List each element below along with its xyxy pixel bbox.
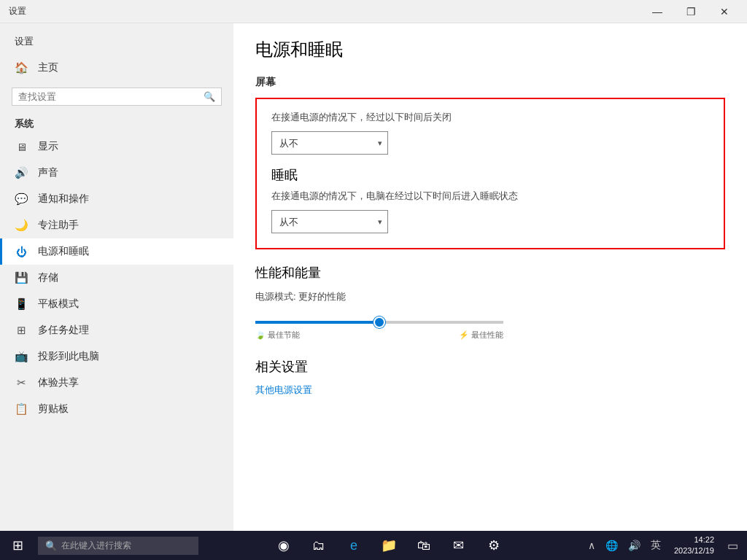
- sidebar-header: 设置: [0, 23, 233, 54]
- sleep-desc: 在接通电源的情况下，电脑在经过以下时间后进入睡眠状态: [271, 190, 709, 203]
- screen-sleep-dropdown[interactable]: 从不 1 分钟 2 分钟 5 分钟 10 分钟 15 分钟 30 分钟 1 小时: [271, 131, 388, 155]
- taskbar-center-icons: ◉ 🗂 e 📁 🛍 ✉ ⚙: [198, 531, 579, 560]
- focus-icon: 🌙: [15, 219, 28, 232]
- search-input[interactable]: [18, 91, 204, 102]
- related-title: 相关设置: [255, 358, 725, 376]
- clipboard-icon: 📋: [15, 402, 28, 416]
- sidebar-item-focus[interactable]: 🌙 专注助手: [0, 212, 233, 238]
- screen-dropdown-wrap: 从不 1 分钟 2 分钟 5 分钟 10 分钟 15 分钟 30 分钟 1 小时…: [271, 131, 388, 155]
- folder-icon: 📁: [381, 537, 397, 553]
- main-content: 电源和睡眠 屏幕 在接通电源的情况下，经过以下时间后关闭 从不 1 分钟 2 分…: [233, 23, 747, 531]
- power-slider-container: [255, 314, 725, 327]
- maximize-button[interactable]: ❐: [674, 0, 708, 23]
- taskbar-folder-button[interactable]: 📁: [373, 531, 405, 560]
- sidebar-item-project-label: 投影到此电脑: [38, 350, 99, 363]
- home-icon: 🏠: [15, 61, 28, 74]
- sidebar-item-project[interactable]: 📺 投影到此电脑: [0, 343, 233, 370]
- screen-section-title: 屏幕: [255, 76, 725, 89]
- tray-expand-icon[interactable]: ∧: [585, 538, 598, 553]
- power-mode-label: 电源模式: 更好的性能: [255, 290, 725, 303]
- other-power-settings-link[interactable]: 其他电源设置: [255, 384, 312, 395]
- sidebar-item-power-label: 电源和睡眠: [38, 245, 89, 258]
- sidebar-item-focus-label: 专注助手: [38, 219, 79, 232]
- display-icon: 🖥: [15, 141, 28, 153]
- page-title: 电源和睡眠: [255, 38, 725, 61]
- sidebar-item-storage-label: 存储: [38, 271, 58, 284]
- search-icon: 🔍: [204, 91, 215, 102]
- clock-time: 14:22: [674, 534, 714, 545]
- minimize-button[interactable]: —: [640, 0, 674, 23]
- sidebar-item-share[interactable]: ✂ 体验共享: [0, 370, 233, 396]
- sidebar: 设置 🏠 主页 🔍 系统 🖥 显示 🔊 声音 💬 通知和操作 🌙 专注助手 ⏻ …: [0, 23, 233, 531]
- taskbar: ⊞ 🔍 在此键入进行搜索 ◉ 🗂 e 📁 🛍 ✉ ⚙ ∧ 🌐 🔊 英: [0, 531, 747, 560]
- clock-date: 2023/12/19: [674, 545, 714, 556]
- titlebar-controls: — ❐ ✕: [640, 0, 741, 23]
- sound-icon: 🔊: [15, 166, 28, 179]
- taskbar-right: ∧ 🌐 🔊 英 14:22 2023/12/19 ▭: [579, 534, 747, 557]
- performance-title: 性能和能量: [255, 264, 725, 281]
- sidebar-item-sound[interactable]: 🔊 声音: [0, 160, 233, 186]
- multitask-icon: ⊞: [15, 324, 28, 337]
- close-button[interactable]: ✕: [708, 0, 741, 23]
- sidebar-item-clipboard[interactable]: 📋 剪贴板: [0, 396, 233, 422]
- start-button[interactable]: ⊞: [0, 531, 35, 560]
- taskbar-edge-button[interactable]: e: [338, 531, 370, 560]
- titlebar-title: 设置: [9, 5, 26, 18]
- sidebar-item-clipboard-label: 剪贴板: [38, 402, 69, 416]
- sleep-time-dropdown[interactable]: 从不 1 分钟 2 分钟 5 分钟 10 分钟 15 分钟 30 分钟 1 小时: [271, 210, 388, 233]
- sidebar-item-tablet[interactable]: 📱 平板模式: [0, 291, 233, 317]
- sidebar-item-tablet-label: 平板模式: [38, 298, 79, 311]
- taskbar-mail-button[interactable]: ✉: [443, 531, 475, 560]
- sleep-section-title: 睡眠: [271, 166, 709, 184]
- slider-label-left: 🍃 最佳节能: [255, 330, 300, 341]
- power-icon: ⏻: [15, 246, 28, 258]
- volume-icon[interactable]: 🔊: [625, 538, 643, 553]
- clock-area[interactable]: 14:22 2023/12/19: [668, 534, 720, 557]
- search-box[interactable]: 🔍: [12, 88, 222, 106]
- taskbar-search[interactable]: 🔍 在此键入进行搜索: [38, 537, 198, 555]
- leaf-icon-left: 🍃: [255, 330, 266, 340]
- project-icon: 📺: [15, 350, 28, 363]
- sidebar-item-power[interactable]: ⏻ 电源和睡眠: [0, 238, 233, 265]
- sidebar-home-button[interactable]: 🏠 主页: [0, 54, 233, 82]
- windows-logo-icon: ⊞: [12, 537, 23, 553]
- screen-desc: 在接通电源的情况下，经过以下时间后关闭: [271, 111, 709, 124]
- sidebar-item-multitask-label: 多任务处理: [38, 324, 89, 337]
- language-indicator[interactable]: 英: [648, 537, 664, 553]
- task-view-icon: ◉: [278, 537, 290, 553]
- sleep-dropdown-wrap: 从不 1 分钟 2 分钟 5 分钟 10 分钟 15 分钟 30 分钟 1 小时…: [271, 210, 388, 233]
- section-system-label: 系统: [0, 112, 233, 133]
- power-mode-slider[interactable]: [255, 321, 503, 324]
- sidebar-item-share-label: 体验共享: [38, 376, 79, 389]
- performance-section: 性能和能量 电源模式: 更好的性能 🍃 最佳节能 ⚡ 最佳性能: [255, 264, 725, 341]
- bolt-icon-right: ⚡: [459, 330, 469, 340]
- sidebar-home-label: 主页: [38, 61, 58, 74]
- slider-labels: 🍃 最佳节能 ⚡ 最佳性能: [255, 330, 503, 341]
- file-explorer-icon: 🗂: [312, 538, 325, 553]
- taskbar-settings-button[interactable]: ⚙: [478, 531, 510, 560]
- slider-label-right: ⚡ 最佳性能: [459, 330, 503, 341]
- titlebar: 设置 — ❐ ✕: [0, 0, 747, 23]
- store-icon: 🛍: [417, 538, 430, 553]
- settings-icon: ⚙: [488, 537, 500, 553]
- related-section: 相关设置 其他电源设置: [255, 358, 725, 397]
- mail-icon: ✉: [453, 537, 464, 553]
- sidebar-item-storage[interactable]: 💾 存储: [0, 265, 233, 291]
- notifications-icon: 💬: [15, 192, 28, 206]
- sidebar-item-sound-label: 声音: [38, 166, 58, 179]
- show-desktop-button[interactable]: ▭: [724, 537, 741, 554]
- sidebar-item-display[interactable]: 🖥 显示: [0, 133, 233, 160]
- sidebar-item-notifications[interactable]: 💬 通知和操作: [0, 186, 233, 212]
- taskbar-search-text: 在此键入进行搜索: [61, 540, 131, 552]
- taskbar-store-button[interactable]: 🛍: [408, 531, 440, 560]
- sidebar-item-multitask[interactable]: ⊞ 多任务处理: [0, 317, 233, 343]
- storage-icon: 💾: [15, 271, 28, 284]
- edge-icon: e: [350, 538, 357, 553]
- share-icon: ✂: [15, 376, 28, 389]
- task-view-button[interactable]: ◉: [268, 531, 300, 560]
- highlighted-settings-box: 在接通电源的情况下，经过以下时间后关闭 从不 1 分钟 2 分钟 5 分钟 10…: [255, 98, 725, 249]
- network-icon[interactable]: 🌐: [603, 538, 621, 553]
- sidebar-item-notifications-label: 通知和操作: [38, 192, 89, 206]
- sidebar-item-display-label: 显示: [38, 140, 58, 153]
- taskbar-file-explorer-button[interactable]: 🗂: [303, 531, 335, 560]
